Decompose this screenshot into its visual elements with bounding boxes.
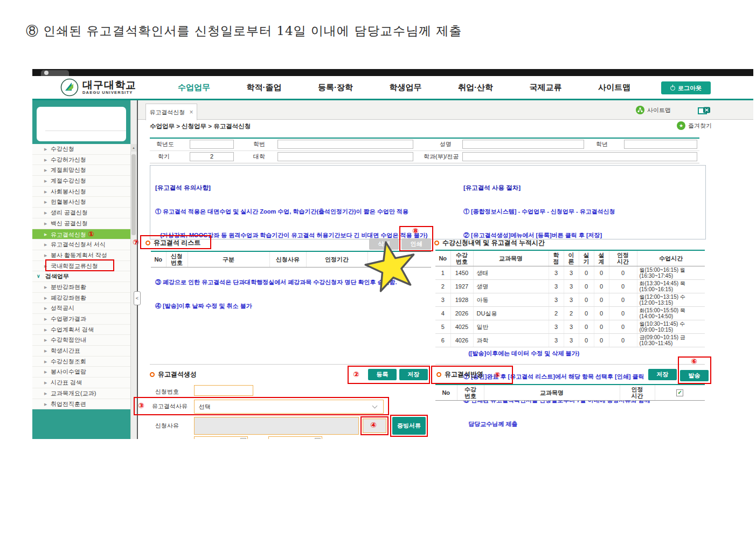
sidebar-collapse-handle[interactable]: < (134, 291, 141, 305)
power-icon (670, 86, 675, 91)
arrow-icon: ▶ (44, 282, 47, 293)
logout-label: 로그아웃 (678, 84, 702, 92)
sidebar-item-menstrual-absence[interactable]: ▶생리 공결신청 (32, 208, 130, 218)
sidebar-item-class-status[interactable]: ▶분반강좌현황 (32, 282, 130, 293)
annotation-box-5 (431, 366, 513, 384)
enrollment-table: No 수강 번호 교과목명 학 점 이 론 실 기 설 계 인정 시간 수업시간… (435, 250, 705, 347)
nav-item-sitemap[interactable]: 사이트맵 (598, 83, 630, 93)
sidebar-item-blood-donation[interactable]: ▶헌혈봉사신청 (32, 197, 130, 208)
sidebar-item-timetable-search[interactable]: ▶시간표 검색 (32, 378, 130, 388)
sidebar-item-credit-guide[interactable]: ▶수강학점안내 (32, 335, 130, 346)
bullet-icon (150, 372, 155, 377)
scrollbar-up-icon[interactable]: ▲ (130, 144, 137, 152)
university-emblem-icon (60, 78, 79, 97)
dept-input[interactable] (462, 152, 697, 161)
sidebar-item-student-timetable[interactable]: ▶학생시간표 (32, 346, 130, 356)
detail-textarea[interactable] (194, 417, 359, 435)
section-divider (435, 364, 705, 365)
student-id-input[interactable] (278, 140, 413, 149)
arrow-icon: ▶ (44, 325, 47, 335)
nav-item-career[interactable]: 취업·산학 (458, 83, 493, 93)
year-input[interactable] (190, 140, 234, 149)
create-title: 유고결석생성 (158, 370, 197, 379)
sidebar-item-closed-class[interactable]: ▶폐강강좌현황 (32, 293, 130, 304)
create-title-row: 유고결석생성 (150, 370, 197, 379)
period-end-input[interactable] (268, 436, 322, 439)
sidebar-item-social-service[interactable]: ▶사회봉사신청 (32, 187, 130, 197)
college-label: 대학 (253, 152, 265, 161)
close-icon[interactable]: × (189, 108, 193, 116)
sitemap-link[interactable]: 사이트맵 (636, 106, 671, 114)
nav-item-registration[interactable]: 등록·장학 (318, 83, 353, 93)
calendar-icon[interactable] (240, 438, 246, 439)
year-label: 학년도 (156, 140, 174, 149)
sidebar-item-syllabus-search[interactable]: ▶수업계획서 검색 (32, 325, 130, 335)
sidebar-menu: ▶수강신청 ▶수강허가신청 ▶계절희망신청 ▶계절수강신청 ▶사회봉사신청 ▶헌… (32, 144, 130, 409)
arrow-icon: ▶ (44, 218, 47, 229)
sitemap-label: 사이트맵 (647, 106, 671, 114)
arrow-icon: ▶ (44, 399, 47, 410)
nav-item-course-work[interactable]: 수업업무 (178, 83, 210, 93)
content-divider (137, 100, 138, 439)
arrow-icon: ▶ (44, 303, 47, 314)
tab-unavoidable-absence[interactable]: 유고결석신청 × (145, 104, 197, 120)
arrow-icon: ▶ (44, 144, 47, 155)
app-window: 대구대학교 DAEGU UNIVERSITY 수업업무 학적·졸업 등록·장학 … (32, 69, 753, 439)
section-divider (150, 364, 430, 365)
nav-item-records[interactable]: 학적·졸업 (247, 83, 282, 93)
nav-item-student-affairs[interactable]: 학생업무 (390, 83, 422, 93)
arrow-icon: ▶ (44, 187, 47, 197)
sidebar-item-seasonal-course[interactable]: ▶계절수강신청 (32, 176, 130, 187)
sidebar-item-service-record[interactable]: ▶봉사이수열람 (32, 367, 130, 378)
tab-label: 유고결석신청 (149, 108, 185, 116)
sidebar-item-seasonal-hope[interactable]: ▶계절희망신청 (32, 165, 130, 176)
detail-label: 신청사유 (155, 421, 179, 430)
favorite-star-icon: ★ (677, 121, 685, 130)
notice-right-title: [유고결석 사용 절차] (463, 184, 703, 192)
name-input[interactable] (462, 140, 584, 149)
sidebar-item-enrollment-inquiry[interactable]: ▶수강신청조회 (32, 356, 130, 367)
user-info-divider (45, 131, 126, 131)
sidebar-item-unavoidable-absence[interactable]: ▶유고결석신청 ① (32, 229, 130, 240)
grade-input[interactable] (624, 140, 697, 149)
college-input[interactable] (278, 152, 413, 161)
arrow-icon: ▶ (44, 388, 47, 399)
university-name-en: DAEGU UNIVERSITY (82, 90, 136, 95)
student-id-label: 학번 (253, 140, 265, 149)
table-row: 21927생명33000화(13:30~14:45) 목(15:00~16:15… (435, 280, 705, 293)
user-info-box (37, 107, 126, 141)
university-name: 대구대학교 (82, 80, 136, 90)
sidebar-item-vaccine-absence[interactable]: ▶백신 공결신청 (32, 218, 130, 229)
arrow-icon: ▶ (44, 208, 47, 218)
calendar-icon[interactable] (315, 438, 321, 439)
sidebar-item-grade-posting[interactable]: ▶성적공시 (32, 303, 130, 314)
sidebar-item-absence-form[interactable]: ▶유고결석신청서 서식 (32, 239, 130, 250)
period-start-input[interactable] (194, 436, 248, 439)
university-logo[interactable]: 대구대학교 DAEGU UNIVERSITY (60, 78, 136, 97)
semester-input[interactable]: 2 (190, 152, 234, 161)
table-row: 11450생태33000월(15:00~16:15) 월(16:30~17:45… (435, 266, 705, 280)
sidebar-item-course-permission[interactable]: ▶수강허가신청 (32, 155, 130, 166)
period-label: 인정기간 (155, 438, 179, 439)
sidebar-item-course-request[interactable]: ▶수강신청 (32, 144, 130, 155)
scrollbar-thumb[interactable] (131, 154, 136, 235)
arrow-icon: ▶ (44, 155, 47, 166)
sidebar-item-course-outline[interactable]: ▶교과목개요(교과) (32, 388, 130, 399)
favorites-label: 즐겨찾기 (688, 122, 712, 130)
favorites-link[interactable]: ★ 즐겨찾기 (677, 121, 712, 130)
sidebar-section-search[interactable]: ∨검색업무 (32, 271, 130, 282)
nav-item-international[interactable]: 국제교류 (530, 83, 562, 93)
logout-button[interactable]: 로그아웃 (661, 81, 711, 94)
arrow-icon: ▶ (44, 165, 47, 176)
annotation-7: ⑦ (133, 238, 139, 246)
table-row: 31928아동33000월(12:00~13:15) 수(12:00~13:15… (435, 293, 705, 307)
close-all-tabs-icon[interactable] (698, 107, 711, 117)
save-button-apply[interactable]: 저장 (648, 369, 677, 380)
select-all-checkbox[interactable]: ✓ (676, 389, 683, 396)
chevron-down-icon: ∨ (37, 271, 40, 282)
arrow-icon: ▶ (44, 197, 47, 208)
sidebar-item-partial[interactable]: ▶취업전직훈련 (32, 399, 130, 410)
request-no-input[interactable] (194, 385, 253, 396)
sidebar-item-eval-result[interactable]: ▶수업평가결과 (32, 314, 130, 325)
browser-top-bar (32, 69, 753, 76)
